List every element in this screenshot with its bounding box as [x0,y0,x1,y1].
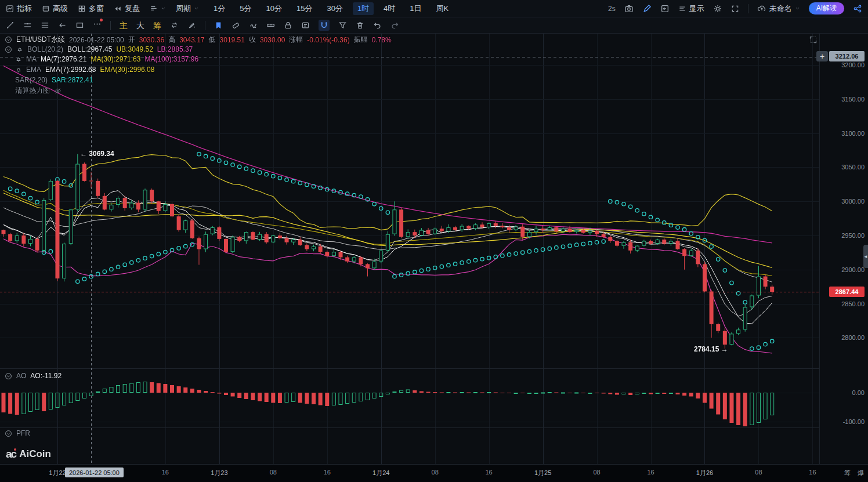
candlestick-chart-canvas[interactable] [0,34,819,464]
y-axis-tick: 2800.00 [824,334,865,341]
y-axis-tick: 2850.00 [824,300,865,307]
main-chart-button[interactable]: 主 [120,21,128,30]
divider [748,4,748,13]
ao-value: AO:-11.92 [30,372,62,380]
chevron-down-icon [194,6,199,11]
magnet-tool-button[interactable] [319,20,330,31]
eraser-tool-icon[interactable] [232,21,240,30]
arrow-tool-icon[interactable] [58,21,67,30]
settings-gear-icon[interactable] [713,4,722,13]
top-toolbar: 指标 高级 多窗 复盘 周期 1分 [0,0,868,17]
alert-bell-icon[interactable] [15,56,22,63]
timeframe-1d[interactable]: 1日 [405,2,426,15]
layout-name-label: 未命名 [769,3,792,14]
timeframe-1h[interactable]: 1时 [353,2,374,15]
multi-window-label: 多窗 [89,3,104,14]
screenshot-icon[interactable] [624,4,634,13]
chips-button[interactable]: 筹 [153,21,161,30]
x-axis-tick: 08 [257,469,290,476]
hline-tool-icon[interactable] [23,21,32,30]
ai-interpret-label: AI解读 [816,3,837,13]
divider [110,21,111,30]
liquidation-axis-toggle[interactable]: 爆 [858,469,864,477]
price-axis-divider [819,34,820,464]
crosshair-time-badge: 2026-01-22 05:00 [65,467,124,477]
timeframe-5m[interactable]: 5分 [235,2,256,15]
freehand-tool-icon[interactable] [249,21,258,30]
x-axis-tick: 08 [581,469,613,476]
menu-icon [678,5,686,13]
alert-bell-icon[interactable] [15,66,22,73]
y-axis-tick: 2950.00 [824,232,865,239]
volume-profile-button[interactable] [150,5,166,13]
divider [205,21,205,30]
multi-window-button[interactable]: 多窗 [78,3,104,14]
x-axis-tick: 08 [742,469,775,476]
advanced-button[interactable]: 高级 [42,3,68,14]
filter-tool-icon[interactable] [338,21,347,30]
side-panel-toggle[interactable]: ◄ [863,245,868,268]
display-menu-button[interactable]: 显示 [678,3,704,14]
timeframe-1m[interactable]: 1分 [209,2,230,15]
period-label: 周期 [176,3,191,14]
measure-tool-icon[interactable] [266,21,275,30]
loop-tool-icon[interactable] [170,21,179,30]
brush-tool-icon[interactable] [187,21,196,30]
timeframe-10m[interactable]: 10分 [261,2,286,15]
x-axis-tick: 16 [635,469,667,476]
x-axis-tick: 16 [473,469,505,476]
parallel-lines-tool-icon[interactable] [41,21,49,30]
indicators-icon [6,5,14,13]
y-axis-tick: 3100.00 [824,130,865,137]
bookmark-tool-icon[interactable] [214,21,223,30]
redo-icon[interactable] [390,21,399,30]
timeframe-30m[interactable]: 30分 [322,2,347,15]
indicators-button[interactable]: 指标 [6,3,32,14]
indicators-label: 指标 [17,3,32,14]
notes-tool-icon[interactable] [301,21,310,30]
big-chart-button[interactable]: 大 [136,21,144,30]
collapse-chevron-icon[interactable] [5,430,12,437]
ao-axis-tick: -100.00 [824,418,865,425]
timeframe-4h[interactable]: 4时 [379,2,400,15]
pane-maximize-icon[interactable] [809,35,818,44]
panel-icon [42,5,50,13]
x-axis-tick: 08 [419,469,451,476]
side-panel-icon[interactable] [660,4,670,13]
y-axis-tick: 3000.00 [824,198,865,205]
draw-mode-icon[interactable] [642,4,652,13]
alert-bell-icon[interactable] [16,46,23,53]
layout-save-dropdown[interactable]: 未命名 [757,3,800,14]
x-axis-tick: 1月24 [365,469,397,477]
period-dropdown[interactable]: 周期 [176,3,199,14]
share-icon[interactable] [853,4,862,13]
x-axis-tick: 1月23 [203,469,236,477]
alert-price-badge[interactable]: 3212.06 [829,51,865,61]
rectangle-tool-icon[interactable] [75,21,84,30]
volume-profile-icon [150,5,158,13]
collapse-chevron-icon[interactable] [5,36,12,44]
y-axis-tick: 2900.00 [824,266,865,273]
trendline-tool-icon[interactable] [6,21,15,30]
add-alert-button[interactable]: + [816,51,828,61]
timeframe-15m[interactable]: 15分 [292,2,317,15]
refresh-interval-label[interactable]: 2s [608,5,616,13]
fullscreen-icon[interactable] [731,5,739,13]
magnet-icon [320,21,328,30]
lock-tool-icon[interactable] [284,21,292,30]
collapse-chevron-icon[interactable] [5,372,12,380]
delete-drawings-icon[interactable] [356,21,364,30]
y-axis-tick: 3200.00 [824,61,865,68]
timeframe-1w[interactable]: 周K [432,2,454,15]
ai-interpret-button[interactable]: AI解读 [809,2,844,15]
eye-off-icon[interactable] [54,87,62,95]
ao-axis-tick: 0.00 [824,389,865,396]
chips-axis-toggle[interactable]: 筹 [844,469,851,477]
grid-icon [78,5,86,13]
replay-button[interactable]: 复盘 [114,3,140,14]
undo-icon[interactable] [373,21,382,30]
more-tools-button[interactable] [93,20,102,31]
timeframe-group: 1分 5分 10分 15分 30分 1时 4时 1日 周K [209,2,453,15]
y-axis-tick: 3150.00 [824,96,865,103]
collapse-chevron-icon[interactable] [5,46,12,53]
